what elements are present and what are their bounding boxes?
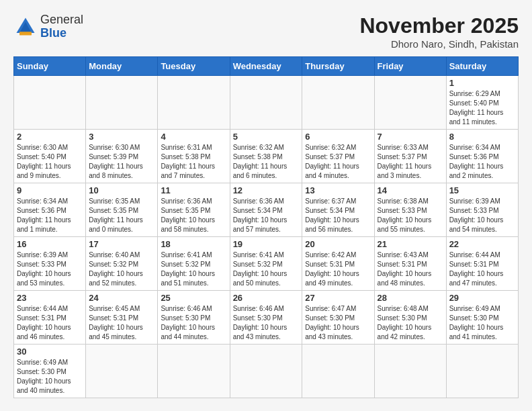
calendar-cell: [14, 76, 86, 130]
day-number: 24: [89, 293, 154, 303]
calendar-cell: 18Sunrise: 6:41 AM Sunset: 5:32 PM Dayli…: [158, 237, 230, 291]
day-number: 20: [305, 239, 371, 249]
svg-rect-2: [19, 32, 32, 35]
day-number: 18: [161, 239, 226, 249]
day-number: 21: [378, 239, 443, 249]
calendar-cell: 20Sunrise: 6:42 AM Sunset: 5:31 PM Dayli…: [302, 237, 374, 291]
calendar-cell: 24Sunrise: 6:45 AM Sunset: 5:31 PM Dayli…: [86, 291, 158, 345]
day-number: 4: [161, 132, 226, 142]
day-info: Sunrise: 6:33 AM Sunset: 5:37 PM Dayligh…: [378, 143, 443, 181]
calendar-cell: 30Sunrise: 6:49 AM Sunset: 5:30 PM Dayli…: [14, 345, 86, 398]
day-number: 29: [449, 293, 515, 303]
calendar-cell: 23Sunrise: 6:44 AM Sunset: 5:31 PM Dayli…: [14, 291, 86, 345]
day-info: Sunrise: 6:48 AM Sunset: 5:30 PM Dayligh…: [378, 304, 443, 342]
week-row-4: 16Sunrise: 6:39 AM Sunset: 5:33 PM Dayli…: [14, 237, 519, 291]
calendar-cell: 27Sunrise: 6:47 AM Sunset: 5:30 PM Dayli…: [302, 291, 374, 345]
logo-text: General Blue: [40, 13, 83, 40]
weekday-header-friday: Friday: [374, 57, 446, 76]
week-row-5: 23Sunrise: 6:44 AM Sunset: 5:31 PM Dayli…: [14, 291, 519, 345]
week-row-3: 9Sunrise: 6:34 AM Sunset: 5:36 PM Daylig…: [14, 183, 519, 237]
calendar-cell: [230, 345, 302, 398]
day-number: 19: [233, 239, 300, 249]
month-title: November 2025: [359, 13, 519, 38]
day-info: Sunrise: 6:36 AM Sunset: 5:35 PM Dayligh…: [161, 197, 226, 234]
calendar-cell: [230, 76, 302, 130]
calendar-cell: 9Sunrise: 6:34 AM Sunset: 5:36 PM Daylig…: [14, 183, 86, 237]
day-number: 26: [233, 293, 300, 303]
day-number: 6: [305, 132, 371, 142]
day-number: 23: [17, 293, 83, 303]
day-info: Sunrise: 6:34 AM Sunset: 5:36 PM Dayligh…: [17, 197, 83, 234]
day-number: 15: [449, 185, 515, 195]
calendar-cell: 4Sunrise: 6:31 AM Sunset: 5:38 PM Daylig…: [158, 130, 230, 183]
day-info: Sunrise: 6:49 AM Sunset: 5:30 PM Dayligh…: [17, 358, 83, 396]
calendar-cell: 8Sunrise: 6:34 AM Sunset: 5:36 PM Daylig…: [446, 130, 518, 183]
week-row-1: 1Sunrise: 6:29 AM Sunset: 5:40 PM Daylig…: [14, 76, 519, 130]
day-info: Sunrise: 6:39 AM Sunset: 5:33 PM Dayligh…: [449, 197, 515, 234]
weekday-header-sunday: Sunday: [14, 57, 86, 76]
calendar-cell: [374, 345, 446, 398]
day-info: Sunrise: 6:35 AM Sunset: 5:35 PM Dayligh…: [89, 197, 154, 234]
calendar-cell: 7Sunrise: 6:33 AM Sunset: 5:37 PM Daylig…: [374, 130, 446, 183]
day-number: 22: [449, 239, 515, 249]
week-row-6: 30Sunrise: 6:49 AM Sunset: 5:30 PM Dayli…: [14, 345, 519, 398]
day-info: Sunrise: 6:44 AM Sunset: 5:31 PM Dayligh…: [449, 250, 515, 288]
calendar-cell: 17Sunrise: 6:40 AM Sunset: 5:32 PM Dayli…: [86, 237, 158, 291]
calendar-cell: 14Sunrise: 6:38 AM Sunset: 5:33 PM Dayli…: [374, 183, 446, 237]
day-number: 11: [161, 185, 226, 195]
calendar-cell: [158, 345, 230, 398]
logo: General Blue: [13, 13, 83, 40]
calendar-cell: 13Sunrise: 6:37 AM Sunset: 5:34 PM Dayli…: [302, 183, 374, 237]
calendar-cell: 11Sunrise: 6:36 AM Sunset: 5:35 PM Dayli…: [158, 183, 230, 237]
day-number: 9: [17, 185, 83, 195]
weekday-header-saturday: Saturday: [446, 57, 518, 76]
day-info: Sunrise: 6:32 AM Sunset: 5:38 PM Dayligh…: [233, 143, 300, 181]
weekday-header-thursday: Thursday: [302, 57, 374, 76]
day-number: 10: [89, 185, 154, 195]
calendar-cell: 26Sunrise: 6:46 AM Sunset: 5:30 PM Dayli…: [230, 291, 302, 345]
logo-icon: [13, 15, 38, 39]
calendar-cell: 12Sunrise: 6:36 AM Sunset: 5:34 PM Dayli…: [230, 183, 302, 237]
day-info: Sunrise: 6:42 AM Sunset: 5:31 PM Dayligh…: [305, 250, 371, 288]
calendar-cell: 3Sunrise: 6:30 AM Sunset: 5:39 PM Daylig…: [86, 130, 158, 183]
logo-general: General: [40, 13, 83, 27]
day-info: Sunrise: 6:44 AM Sunset: 5:31 PM Dayligh…: [17, 304, 83, 342]
day-info: Sunrise: 6:34 AM Sunset: 5:36 PM Dayligh…: [449, 143, 515, 181]
calendar-cell: 6Sunrise: 6:32 AM Sunset: 5:37 PM Daylig…: [302, 130, 374, 183]
day-number: 17: [89, 239, 154, 249]
day-number: 8: [449, 132, 515, 142]
day-info: Sunrise: 6:30 AM Sunset: 5:40 PM Dayligh…: [17, 143, 83, 181]
day-info: Sunrise: 6:31 AM Sunset: 5:38 PM Dayligh…: [161, 143, 226, 181]
calendar-cell: 29Sunrise: 6:49 AM Sunset: 5:30 PM Dayli…: [446, 291, 518, 345]
calendar-cell: 1Sunrise: 6:29 AM Sunset: 5:40 PM Daylig…: [446, 76, 518, 130]
calendar-cell: 28Sunrise: 6:48 AM Sunset: 5:30 PM Dayli…: [374, 291, 446, 345]
day-number: 30: [17, 347, 83, 357]
week-row-2: 2Sunrise: 6:30 AM Sunset: 5:40 PM Daylig…: [14, 130, 519, 183]
day-number: 3: [89, 132, 154, 142]
weekday-header-wednesday: Wednesday: [230, 57, 302, 76]
calendar-cell: 16Sunrise: 6:39 AM Sunset: 5:33 PM Dayli…: [14, 237, 86, 291]
calendar-cell: [446, 345, 518, 398]
page-header: General Blue November 2025 Dhoro Naro, S…: [13, 13, 519, 50]
calendar-cell: 2Sunrise: 6:30 AM Sunset: 5:40 PM Daylig…: [14, 130, 86, 183]
day-info: Sunrise: 6:30 AM Sunset: 5:39 PM Dayligh…: [89, 143, 154, 181]
day-number: 7: [378, 132, 443, 142]
weekday-header-monday: Monday: [86, 57, 158, 76]
day-info: Sunrise: 6:41 AM Sunset: 5:32 PM Dayligh…: [161, 250, 226, 288]
calendar-cell: [158, 76, 230, 130]
calendar-cell: 22Sunrise: 6:44 AM Sunset: 5:31 PM Dayli…: [446, 237, 518, 291]
day-number: 14: [378, 185, 443, 195]
day-info: Sunrise: 6:46 AM Sunset: 5:30 PM Dayligh…: [233, 304, 300, 342]
calendar-cell: 15Sunrise: 6:39 AM Sunset: 5:33 PM Dayli…: [446, 183, 518, 237]
logo-blue: Blue: [40, 27, 83, 40]
calendar-cell: 10Sunrise: 6:35 AM Sunset: 5:35 PM Dayli…: [86, 183, 158, 237]
title-section: November 2025 Dhoro Naro, Sindh, Pakista…: [359, 13, 519, 50]
calendar-cell: 25Sunrise: 6:46 AM Sunset: 5:30 PM Dayli…: [158, 291, 230, 345]
day-number: 27: [305, 293, 371, 303]
weekday-header-tuesday: Tuesday: [158, 57, 230, 76]
calendar-cell: 5Sunrise: 6:32 AM Sunset: 5:38 PM Daylig…: [230, 130, 302, 183]
day-info: Sunrise: 6:37 AM Sunset: 5:34 PM Dayligh…: [305, 197, 371, 234]
day-number: 2: [17, 132, 83, 142]
day-number: 1: [449, 78, 515, 88]
day-info: Sunrise: 6:39 AM Sunset: 5:33 PM Dayligh…: [17, 250, 83, 288]
